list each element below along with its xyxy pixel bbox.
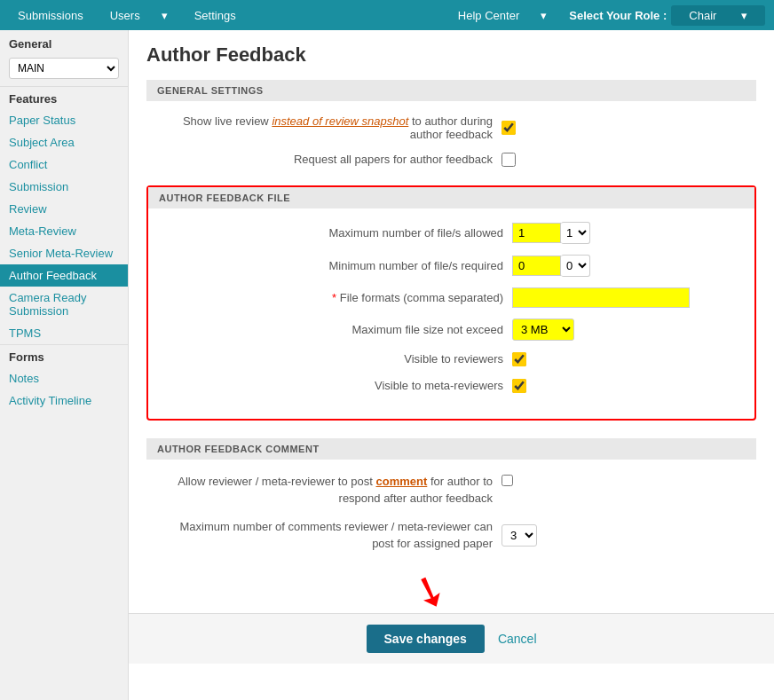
sidebar-item-conflict[interactable]: Conflict	[0, 153, 128, 176]
top-navigation: Submissions Users▾ Settings Help Center▾…	[0, 0, 774, 30]
sidebar-item-author-feedback[interactable]: Author Feedback	[0, 264, 128, 287]
max-files-select[interactable]: 123	[561, 222, 590, 244]
max-comments-label: Maximum number of comments reviewer / me…	[155, 518, 493, 553]
red-arrow-icon: ➘	[405, 565, 453, 617]
main-layout: General MAIN Features Paper Status Subje…	[0, 30, 774, 700]
nav-users[interactable]: Users▾	[92, 9, 186, 22]
max-files-row: Maximum number of file/s allowed 123	[157, 222, 746, 244]
sidebar-item-subject-area[interactable]: Subject Area	[0, 131, 128, 153]
action-area: Save changes Cancel	[129, 613, 774, 664]
max-files-input[interactable]	[512, 223, 561, 243]
min-files-label: Minimum number of file/s required	[166, 258, 503, 274]
nav-help-center[interactable]: Help Center▾	[440, 9, 565, 22]
features-section-title: Features	[0, 86, 128, 109]
main-content: Author Feedback GENERAL SETTINGS Show li…	[129, 30, 774, 700]
min-files-select[interactable]: 012	[561, 255, 590, 277]
comment-header: AUTHOR FEEDBACK COMMENT	[146, 438, 756, 460]
general-settings-header: GENERAL SETTINGS	[146, 80, 756, 101]
save-button[interactable]: Save changes	[367, 625, 485, 653]
file-formats-input[interactable]: doc, docx, pdf	[512, 287, 690, 308]
visible-meta-reviewers-row: Visible to meta-reviewers	[157, 378, 746, 394]
sidebar-item-submission[interactable]: Submission	[0, 176, 128, 198]
visible-reviewers-row: Visible to reviewers	[157, 351, 746, 367]
save-area-container: ➘ Save changes Cancel	[146, 570, 756, 664]
main-select[interactable]: MAIN	[9, 58, 119, 79]
max-file-size-label: Maximum file size not exceed	[166, 322, 503, 338]
arrow-container: ➘	[146, 570, 756, 613]
max-file-size-row: Maximum file size not exceed 1 MB2 MB3 M…	[157, 319, 746, 341]
nav-settings[interactable]: Settings	[186, 9, 245, 22]
feedback-file-header: AUTHOR FEEDBACK FILE	[148, 187, 754, 208]
request-all-papers-checkbox[interactable]	[502, 153, 516, 167]
allow-comment-checkbox[interactable]	[502, 475, 513, 486]
page-title: Author Feedback	[146, 43, 756, 67]
sidebar-item-notes[interactable]: Notes	[0, 367, 128, 389]
author-feedback-comment-section: AUTHOR FEEDBACK COMMENT Allow reviewer /…	[146, 438, 756, 553]
general-section-title: General	[0, 30, 128, 54]
sidebar: General MAIN Features Paper Status Subje…	[0, 30, 129, 700]
request-all-papers-row: Request all papers for author feedback	[146, 152, 756, 168]
show-live-review-checkbox[interactable]	[502, 121, 516, 135]
chair-dropdown[interactable]: Chair ▾	[671, 5, 765, 26]
visible-meta-reviewers-checkbox[interactable]	[512, 379, 526, 393]
select-role-label: Select Your Role :	[565, 9, 671, 22]
sidebar-item-tpms[interactable]: TPMS	[0, 322, 128, 344]
sidebar-item-review[interactable]: Review	[0, 198, 128, 220]
cancel-button[interactable]: Cancel	[498, 632, 537, 646]
visible-meta-reviewers-label: Visible to meta-reviewers	[166, 378, 503, 394]
file-formats-label: * File formats (comma separated)	[166, 290, 503, 306]
general-settings-section: Show live review instead of review snaps…	[146, 114, 756, 168]
min-files-input[interactable]	[512, 256, 561, 276]
author-feedback-file-section: AUTHOR FEEDBACK FILE Maximum number of f…	[146, 185, 756, 420]
file-formats-row: * File formats (comma separated) doc, do…	[157, 287, 746, 308]
nav-submissions[interactable]: Submissions	[9, 9, 92, 22]
max-files-label: Maximum number of file/s allowed	[166, 225, 503, 241]
visible-reviewers-label: Visible to reviewers	[166, 351, 503, 367]
allow-comment-row: Allow reviewer / meta-reviewer to post c…	[146, 473, 756, 507]
sidebar-item-camera-ready[interactable]: Camera Ready Submission	[0, 287, 128, 322]
request-all-papers-label: Request all papers for author feedback	[155, 152, 493, 168]
min-files-row: Minimum number of file/s required 012	[157, 255, 746, 277]
sidebar-item-senior-meta-review[interactable]: Senior Meta-Review	[0, 242, 128, 264]
max-comments-select[interactable]: 12345	[502, 524, 537, 547]
sidebar-item-meta-review[interactable]: Meta-Review	[0, 220, 128, 242]
max-file-size-select[interactable]: 1 MB2 MB3 MB5 MB10 MB	[512, 319, 574, 341]
max-comments-row: Maximum number of comments reviewer / me…	[146, 518, 756, 553]
sidebar-item-paper-status[interactable]: Paper Status	[0, 109, 128, 131]
forms-section-title: Forms	[0, 344, 128, 367]
sidebar-item-activity-timeline[interactable]: Activity Timeline	[0, 389, 128, 412]
show-live-review-row: Show live review instead of review snaps…	[146, 114, 756, 141]
visible-reviewers-checkbox[interactable]	[512, 352, 526, 366]
